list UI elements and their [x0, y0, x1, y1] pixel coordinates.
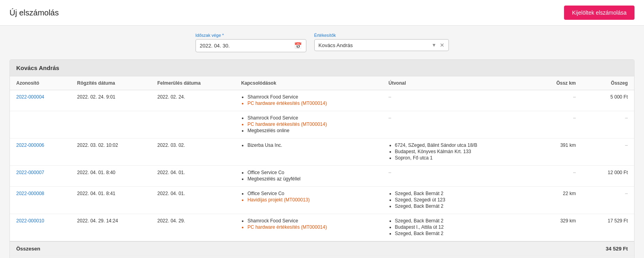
table-row: 2022-0000042022. 02. 24. 9:012022. 02. 2… — [10, 90, 634, 111]
cell-rogzites: 2022. 03. 02. 10:02 — [71, 138, 151, 166]
list-item: Shamrock Food Service — [247, 115, 376, 121]
dash: – — [625, 115, 628, 121]
cell-rogzites: 2022. 04. 01. 8:40 — [71, 166, 151, 187]
list-item: Szeged, Szegedi út 123 — [395, 197, 528, 203]
main-content: Kovács András Azonosító Rögzítés dátuma … — [0, 59, 644, 258]
period-end-input[interactable] — [200, 43, 291, 49]
cell-azonosito — [10, 111, 71, 138]
cell-utvonal: – — [382, 166, 534, 187]
cell-osszeg: – — [582, 187, 634, 214]
list-item: Office Service Co — [247, 170, 376, 175]
cell-kapcsolodas: Shamrock Food ServicePC hardware értékes… — [235, 111, 382, 138]
sales-input[interactable] — [319, 42, 429, 48]
table-row: 2022-0000062022. 03. 02. 10:022022. 03. … — [10, 138, 634, 166]
cell-azonosito: 2022-000010 — [10, 214, 71, 242]
list-item: Budapest, Könyves Kálmán Krt. 133 — [395, 149, 528, 154]
cell-osszeg: – — [582, 138, 634, 166]
sales-label: Értékesítők — [314, 33, 449, 38]
table-row: Shamrock Food ServicePC hardware értékes… — [10, 111, 634, 138]
total-row: Összesen 34 529 Ft — [10, 241, 634, 256]
dash: – — [573, 115, 576, 121]
cell-felmerules: 2022. 03. 02. — [151, 138, 235, 166]
total-value: 34 529 Ft — [582, 241, 634, 256]
km-label: Összes kilométer a kijelölt időszakban — [10, 256, 582, 258]
cell-kapcsolodas: Shamrock Food ServicePC hardware értékes… — [235, 90, 382, 111]
cell-azonosito: 2022-000004 — [10, 90, 71, 111]
dash: – — [389, 115, 391, 121]
cell-azonosito: 2022-000008 — [10, 187, 71, 214]
list-item: PC hardware értékesítés (MT000014) — [247, 121, 376, 127]
list-item: PC hardware értékesítés (MT000014) — [247, 224, 376, 230]
cell-utvonal: Szeged, Back Bernát 2Budapest I., Attila… — [382, 214, 534, 242]
dash: – — [573, 170, 576, 175]
list-item: 6724, SZeged, Bálint Sándor utca 18/B — [395, 142, 528, 148]
list-item: Szeged, Back Bernát 2 — [395, 218, 528, 224]
kijeloltek-button[interactable]: Kijelöltek elszámolása — [564, 6, 635, 20]
cell-osszeg: 17 529 Ft — [582, 214, 634, 242]
cell-azonosito: 2022-000006 — [10, 138, 71, 166]
azonosito-link[interactable]: 2022-000004 — [16, 94, 44, 100]
cell-osszkm: 329 km — [534, 214, 582, 242]
col-rogzites: Rögzítés dátuma — [71, 76, 151, 90]
list-item: Havidíjas projekt (MT000013) — [247, 197, 376, 203]
list-item: Shamrock Food Service — [247, 94, 376, 100]
cell-utvonal: 6724, SZeged, Bálint Sándor utca 18/BBud… — [382, 138, 534, 166]
table-row: 2022-0000072022. 04. 01. 8:402022. 04. 0… — [10, 166, 634, 187]
cell-felmerules — [151, 111, 235, 138]
dropdown-icon[interactable]: ▼ — [432, 42, 437, 48]
total-label: Összesen — [10, 241, 582, 256]
list-item: Szeged, Back Bernát 2 — [395, 191, 528, 196]
footer-rows: Összesen 34 529 Ft Összes kilométer a ki… — [10, 241, 634, 258]
data-table: Azonosító Rögzítés dátuma Felmerülés dát… — [10, 76, 634, 258]
table-row: 2022-0000082022. 04. 01. 8:412022. 04. 0… — [10, 187, 634, 214]
table-header-row: Azonosító Rögzítés dátuma Felmerülés dát… — [10, 76, 634, 90]
cell-felmerules: 2022. 04. 01. — [151, 187, 235, 214]
azonosito-link[interactable]: 2022-000010 — [16, 218, 44, 224]
cell-osszkm: – — [534, 111, 582, 138]
cell-rogzites — [71, 111, 151, 138]
cell-kapcsolodas: Bizerba Usa Inc. — [235, 138, 382, 166]
col-kapcsolodas: Kapcsolódások — [235, 76, 382, 90]
list-item: PC hardware értékesítés (MT000014) — [247, 101, 376, 106]
clear-icon[interactable]: ✕ — [440, 42, 445, 48]
list-item: Budapest I., Attila út 12 — [395, 224, 528, 230]
cell-rogzites: 2022. 04. 01. 8:41 — [71, 187, 151, 214]
cell-osszeg: 12 000 Ft — [582, 166, 634, 187]
section-title: Kovács András — [10, 60, 634, 76]
calendar-icon[interactable]: 📅 — [294, 42, 302, 49]
cell-azonosito: 2022-000007 — [10, 166, 71, 187]
cell-rogzites: 2022. 04. 29. 14:24 — [71, 214, 151, 242]
list-item: Office Service Co — [247, 191, 376, 196]
dash: – — [389, 94, 391, 100]
filters-area: Időszak vége * 📅 Értékesítők ▼ ✕ — [0, 26, 644, 59]
sales-input-wrapper[interactable]: ▼ ✕ — [314, 39, 449, 51]
cell-kapcsolodas: Office Service CoMegbeszélés az ügyfélle… — [235, 166, 382, 187]
list-item: Szeged, Back Bernát 2 — [395, 203, 528, 209]
page-title: Új elszámolás — [9, 8, 59, 17]
cell-osszeg: 5 000 Ft — [582, 90, 634, 111]
list-item: Szeged, Back Bernát 2 — [395, 231, 528, 236]
col-utvonal: Útvonal — [382, 76, 534, 90]
top-bar: Új elszámolás Kijelöltek elszámolása — [0, 0, 644, 26]
col-felmerules: Felmerülés dátuma — [151, 76, 235, 90]
cell-kapcsolodas: Office Service CoHavidíjas projekt (MT00… — [235, 187, 382, 214]
azonosito-link[interactable]: 2022-000008 — [16, 191, 44, 196]
list-item: Sopron, Fő utca 1 — [395, 155, 528, 161]
period-end-input-wrapper[interactable]: 📅 — [196, 39, 306, 52]
period-end-field: Időszak vége * 📅 — [196, 33, 306, 52]
section-kovacs-andras: Kovács András Azonosító Rögzítés dátuma … — [9, 59, 635, 258]
cell-utvonal: Szeged, Back Bernát 2Szeged, Szegedi út … — [382, 187, 534, 214]
azonosito-link[interactable]: 2022-000006 — [16, 142, 44, 148]
dash: – — [625, 142, 628, 148]
cell-utvonal: – — [382, 90, 534, 111]
cell-utvonal: – — [382, 111, 534, 138]
azonosito-link[interactable]: 2022-000007 — [16, 170, 44, 175]
cell-rogzites: 2022. 02. 24. 9:01 — [71, 90, 151, 111]
cell-osszeg: – — [582, 111, 634, 138]
list-item: Shamrock Food Service — [247, 218, 376, 224]
cell-osszkm: – — [534, 166, 582, 187]
cell-kapcsolodas: Shamrock Food ServicePC hardware értékes… — [235, 214, 382, 242]
cell-felmerules: 2022. 02. 24. — [151, 90, 235, 111]
dash: – — [573, 94, 576, 100]
cell-felmerules: 2022. 04. 01. — [151, 166, 235, 187]
